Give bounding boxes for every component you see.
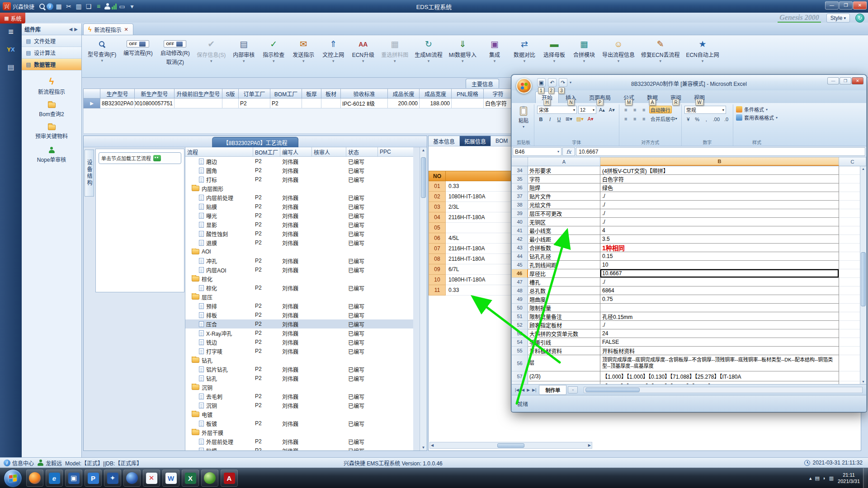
tab-extended-info[interactable]: 拓展信息 <box>460 136 491 146</box>
tree-column-header[interactable]: 核审人 <box>312 147 346 156</box>
excel-row-header[interactable]: 53 <box>512 329 528 338</box>
grid-column-header[interactable]: 升级前旧生产型号 <box>175 89 222 99</box>
component-item-nope-audit[interactable]: Nope单审核 <box>22 147 81 163</box>
taskbar-x-app[interactable]: ✕ <box>143 469 160 487</box>
process-tree-row[interactable]: 棕化P2刘伟巍已编写 <box>185 283 413 292</box>
grid-column-header[interactable]: 成品长度 <box>388 89 420 99</box>
comma-icon[interactable]: , <box>703 115 710 123</box>
process-tree-row[interactable]: AOI <box>185 247 413 256</box>
office-button[interactable] <box>516 78 532 94</box>
excel-cell-b[interactable]: ./ <box>600 192 839 201</box>
excel-cell-a[interactable]: 光绘文件 <box>528 201 600 209</box>
excel-row-header[interactable]: 46 <box>512 269 528 278</box>
excel-row-header[interactable]: 41 <box>512 226 528 235</box>
align-left-icon[interactable]: ≡ <box>622 115 630 122</box>
sheet-tab-production-order[interactable]: 制作单 <box>539 385 566 395</box>
hamburger-menu-icon[interactable]: ≡ <box>8 27 14 36</box>
process-tree-row[interactable]: 内层AOIP2刘伟巍已编写 <box>185 265 413 274</box>
excel-cell-a[interactable]: 槽孔 <box>528 278 600 286</box>
ribbon-button-merge-module[interactable]: ▦合拼模块▾ <box>571 38 597 64</box>
format-as-table-button[interactable]: 套用表格格式 ▾ <box>736 114 778 121</box>
excel-cell-a[interactable]: 层 <box>528 355 600 371</box>
excel-cell-a[interactable]: 最小线距 <box>528 235 600 244</box>
scroll-down-icon[interactable]: ▼ <box>862 380 865 383</box>
borders-icon[interactable]: ⊞▾ <box>564 115 574 123</box>
excel-cell-b[interactable]: 0.75 <box>600 295 839 304</box>
excel-cell-b[interactable]: 【■■■■】【2116*1】【VTR】【1.000】【1.000】 <box>600 381 839 384</box>
tab-device-structure[interactable]: 设备结构 <box>85 150 94 197</box>
grid-cell[interactable] <box>321 99 341 108</box>
tree-scrollbar[interactable]: ▲ ▼ <box>420 147 427 450</box>
excel-cell-a[interactable]: 层压不可更改 <box>528 209 600 218</box>
taskbar-save-tool[interactable]: ▣ <box>65 469 82 487</box>
ribbon-button-export-flow-info[interactable]: ☺导出流程信息▾ <box>601 38 636 64</box>
dropdown-caret-icon[interactable]: ▾ <box>494 59 496 63</box>
scrollbar-thumb[interactable] <box>861 252 866 306</box>
grid-column-header[interactable]: 订单工厂 <box>239 89 270 99</box>
grid-cell[interactable]: P2 <box>270 99 302 108</box>
yx-logo[interactable]: YX <box>7 46 14 53</box>
excel-row-header[interactable]: 45 <box>512 261 528 269</box>
excel-cell-a[interactable]: 外形要求 <box>528 166 600 175</box>
ribbon-button-doc-control-upload[interactable]: ⇑文控上网▾ <box>320 38 346 64</box>
excel-cell-b[interactable]: FALSE <box>600 338 839 347</box>
sidebar-tab-data-management[interactable]: ▤ 数据管理 <box>22 59 81 70</box>
tree-column-header[interactable]: 流程 <box>185 147 253 156</box>
grid-cell[interactable]: P2 <box>239 99 270 108</box>
ribbon-button-ecn-auto-upload[interactable]: ★ECN自动上网▾ <box>684 38 720 64</box>
decrease-decimal-icon[interactable]: .0 <box>722 115 730 123</box>
excel-row-header[interactable]: 55 <box>512 347 528 355</box>
excel-row-header[interactable]: 43 <box>512 244 528 252</box>
scroll-up-icon[interactable]: ▲ <box>422 148 425 152</box>
tab-close-icon[interactable]: ✕ <box>124 27 128 33</box>
excel-cell-b[interactable]: 10.6667 <box>600 269 839 278</box>
align-right-icon[interactable]: ≡ <box>640 115 648 122</box>
grid-column-header[interactable]: 生产型号 <box>100 89 135 99</box>
process-tree-row[interactable]: 贴膜P2刘伟巍已编写 <box>185 446 413 450</box>
process-tree-row[interactable]: 外层前处理P2刘伟巍已编写 <box>185 437 413 446</box>
dropdown-caret-icon[interactable]: ▾ <box>243 59 245 63</box>
excel-cell-a[interactable]: 贴片文件 <box>528 192 600 201</box>
currency-icon[interactable]: ¥ <box>684 115 692 123</box>
chart-icon[interactable] <box>112 4 117 9</box>
excel-cell-b[interactable]: 4 <box>600 226 839 235</box>
excel-tab-视图[interactable]: 视图W <box>688 92 711 103</box>
grid-column-header[interactable]: BOM工厂 <box>270 89 302 99</box>
excel-cell-b[interactable]: ./ <box>600 209 839 218</box>
excel-cell-b[interactable]: 绿色 <box>600 183 839 192</box>
qat-save-icon[interactable]: ▣ <box>537 78 546 87</box>
excel-row-header[interactable]: 37 <box>512 192 528 201</box>
grid-column-header[interactable]: PNL规格 <box>452 89 484 99</box>
ribbon-button-select-mother-board[interactable]: ▬选择母板▾ <box>541 38 567 64</box>
excel-cell-b[interactable]: ./ <box>600 321 839 329</box>
excel-row-header[interactable]: 34 <box>512 166 528 175</box>
excel-row-header[interactable]: 38 <box>512 201 528 209</box>
excel-cell-b[interactable]: ./ <box>600 201 839 209</box>
component-item-pre-audit-key-materials[interactable]: 预审关键物料 <box>22 125 81 140</box>
dropdown-caret-icon[interactable]: ▾ <box>553 59 556 63</box>
tab-bom[interactable]: BOM <box>491 136 513 146</box>
excel-row-header[interactable]: 42 <box>512 235 528 244</box>
ribbon-button-internal-audit[interactable]: ▤内部审核▾ <box>231 38 257 64</box>
close-button[interactable]: ✕ <box>853 1 867 9</box>
formula-input[interactable]: 10.6667 <box>576 147 865 156</box>
grid-column-header[interactable]: 字符 <box>484 89 513 99</box>
start-button[interactable] <box>4 469 22 488</box>
process-tree-row[interactable]: 沉铜P2刘伟巍已编写 <box>185 401 413 410</box>
excel-cell-a[interactable]: 钻孔孔径 <box>528 252 600 261</box>
process-tree-row[interactable]: 内层图形 <box>185 184 413 193</box>
cancel-button[interactable]: 取消(Z) <box>166 58 184 66</box>
excel-row-header[interactable]: 50 <box>512 304 528 312</box>
excel-cell-a[interactable]: 翘曲度 <box>528 295 600 304</box>
process-tree-row[interactable]: 钻孔 <box>185 356 413 365</box>
scroll-left-icon[interactable]: ◀ <box>431 443 434 447</box>
column-header-b[interactable]: B <box>600 157 839 166</box>
grid-column-header[interactable]: 新生产型号 <box>135 89 175 99</box>
scrollbar-thumb[interactable] <box>585 388 640 392</box>
ribbon-button-model-query[interactable]: 型号查询(F) ▾ <box>86 38 118 64</box>
grid-cell[interactable] <box>175 99 222 108</box>
ribbon-button-integrate[interactable]: ▣集成▾ <box>481 38 508 64</box>
paste-button[interactable]: 粘贴 ▾ <box>516 106 531 130</box>
taskbar-browser-green[interactable] <box>201 469 218 487</box>
dropdown-caret-icon[interactable]: ▾ <box>428 59 430 63</box>
